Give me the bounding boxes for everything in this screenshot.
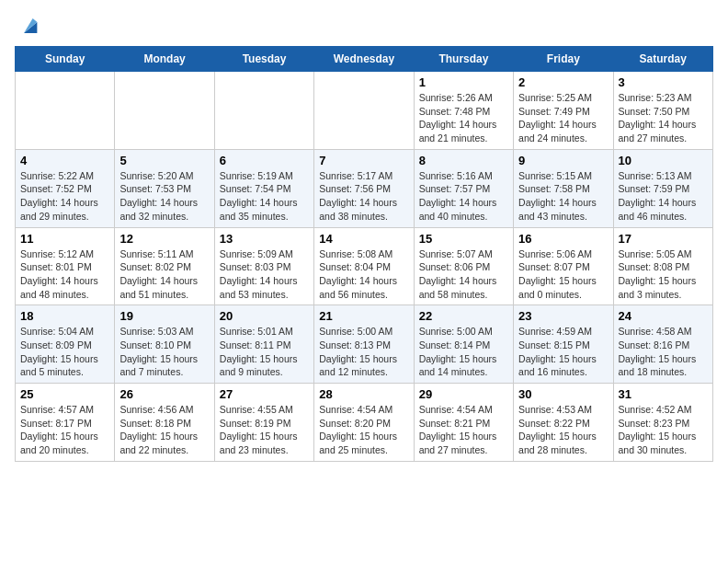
- day-number: 7: [319, 154, 408, 167]
- day-info: Sunrise: 5:00 AM Sunset: 8:13 PM Dayligh…: [319, 325, 408, 379]
- day-info: Sunrise: 5:12 AM Sunset: 8:01 PM Dayligh…: [20, 247, 109, 302]
- day-info: Sunrise: 4:54 AM Sunset: 8:21 PM Dayligh…: [419, 403, 508, 457]
- calendar-cell: 11Sunrise: 5:12 AM Sunset: 8:01 PM Dayli…: [16, 227, 115, 305]
- week-row-1: 1Sunrise: 5:26 AM Sunset: 7:48 PM Daylig…: [16, 72, 713, 150]
- day-header-thursday: Thursday: [414, 47, 513, 72]
- day-number: 19: [119, 309, 209, 323]
- day-info: Sunrise: 5:25 AM Sunset: 7:49 PM Dayligh…: [518, 91, 608, 145]
- calendar-cell: [314, 72, 414, 150]
- day-number: 26: [119, 387, 209, 401]
- day-info: Sunrise: 4:57 AM Sunset: 8:17 PM Dayligh…: [20, 403, 109, 457]
- calendar-cell: 21Sunrise: 5:00 AM Sunset: 8:13 PM Dayli…: [314, 305, 414, 384]
- page-header: [15, 15, 713, 37]
- day-info: Sunrise: 4:54 AM Sunset: 8:20 PM Dayligh…: [319, 403, 408, 457]
- day-info: Sunrise: 5:08 AM Sunset: 8:04 PM Dayligh…: [319, 247, 408, 302]
- day-info: Sunrise: 5:03 AM Sunset: 8:10 PM Dayligh…: [119, 325, 209, 379]
- day-number: 16: [518, 232, 608, 246]
- calendar-cell: 18Sunrise: 5:04 AM Sunset: 8:09 PM Dayli…: [16, 305, 115, 384]
- day-number: 18: [20, 309, 109, 323]
- day-number: 29: [419, 387, 508, 401]
- day-info: Sunrise: 5:09 AM Sunset: 8:03 PM Dayligh…: [220, 247, 309, 302]
- day-header-wednesday: Wednesday: [314, 47, 414, 72]
- calendar-cell: 24Sunrise: 4:58 AM Sunset: 8:16 PM Dayli…: [613, 305, 712, 384]
- logo: [15, 15, 39, 37]
- day-number: 24: [619, 309, 708, 323]
- calendar-cell: 6Sunrise: 5:19 AM Sunset: 7:54 PM Daylig…: [214, 149, 313, 227]
- day-info: Sunrise: 4:53 AM Sunset: 8:22 PM Dayligh…: [518, 403, 608, 457]
- day-header-friday: Friday: [514, 47, 613, 72]
- calendar-cell: 26Sunrise: 4:56 AM Sunset: 8:18 PM Dayli…: [115, 384, 214, 462]
- day-info: Sunrise: 4:56 AM Sunset: 8:18 PM Dayligh…: [119, 403, 209, 457]
- day-info: Sunrise: 5:11 AM Sunset: 8:02 PM Dayligh…: [119, 247, 209, 302]
- day-number: 21: [319, 309, 408, 323]
- day-number: 15: [419, 232, 508, 246]
- logo-icon: [17, 15, 39, 37]
- calendar-cell: 16Sunrise: 5:06 AM Sunset: 8:07 PM Dayli…: [514, 227, 613, 305]
- day-info: Sunrise: 5:19 AM Sunset: 7:54 PM Dayligh…: [220, 169, 309, 224]
- day-info: Sunrise: 5:04 AM Sunset: 8:09 PM Dayligh…: [20, 325, 109, 379]
- calendar-cell: 8Sunrise: 5:16 AM Sunset: 7:57 PM Daylig…: [414, 149, 513, 227]
- calendar-table: SundayMondayTuesdayWednesdayThursdayFrid…: [15, 46, 713, 462]
- day-number: 6: [220, 154, 309, 167]
- week-row-2: 4Sunrise: 5:22 AM Sunset: 7:52 PM Daylig…: [16, 149, 713, 227]
- day-number: 9: [518, 154, 608, 167]
- calendar-cell: 4Sunrise: 5:22 AM Sunset: 7:52 PM Daylig…: [16, 149, 115, 227]
- day-header-monday: Monday: [115, 47, 214, 72]
- day-info: Sunrise: 4:59 AM Sunset: 8:15 PM Dayligh…: [518, 325, 608, 379]
- calendar-cell: 17Sunrise: 5:05 AM Sunset: 8:08 PM Dayli…: [613, 227, 712, 305]
- calendar-cell: 19Sunrise: 5:03 AM Sunset: 8:10 PM Dayli…: [115, 305, 214, 384]
- day-info: Sunrise: 5:00 AM Sunset: 8:14 PM Dayligh…: [419, 325, 508, 379]
- day-number: 25: [20, 387, 109, 401]
- day-info: Sunrise: 5:13 AM Sunset: 7:59 PM Dayligh…: [619, 169, 708, 224]
- day-number: 3: [619, 75, 708, 89]
- calendar-cell: 14Sunrise: 5:08 AM Sunset: 8:04 PM Dayli…: [314, 227, 414, 305]
- calendar-cell: 27Sunrise: 4:55 AM Sunset: 8:19 PM Dayli…: [214, 384, 313, 462]
- day-info: Sunrise: 4:55 AM Sunset: 8:19 PM Dayligh…: [220, 403, 309, 457]
- day-number: 12: [119, 232, 209, 246]
- day-info: Sunrise: 5:22 AM Sunset: 7:52 PM Dayligh…: [20, 169, 109, 224]
- calendar-cell: 20Sunrise: 5:01 AM Sunset: 8:11 PM Dayli…: [214, 305, 313, 384]
- calendar-cell: 28Sunrise: 4:54 AM Sunset: 8:20 PM Dayli…: [314, 384, 414, 462]
- day-number: 28: [319, 387, 408, 401]
- day-info: Sunrise: 5:16 AM Sunset: 7:57 PM Dayligh…: [419, 169, 508, 224]
- calendar-cell: 7Sunrise: 5:17 AM Sunset: 7:56 PM Daylig…: [314, 149, 414, 227]
- day-number: 4: [20, 154, 109, 167]
- day-info: Sunrise: 5:17 AM Sunset: 7:56 PM Dayligh…: [319, 169, 408, 224]
- day-info: Sunrise: 4:52 AM Sunset: 8:23 PM Dayligh…: [619, 403, 708, 457]
- day-info: Sunrise: 5:07 AM Sunset: 8:06 PM Dayligh…: [419, 247, 508, 302]
- day-number: 13: [220, 232, 309, 246]
- day-header-tuesday: Tuesday: [214, 47, 313, 72]
- calendar-cell: 12Sunrise: 5:11 AM Sunset: 8:02 PM Dayli…: [115, 227, 214, 305]
- calendar-cell: 25Sunrise: 4:57 AM Sunset: 8:17 PM Dayli…: [16, 384, 115, 462]
- calendar-cell: 3Sunrise: 5:23 AM Sunset: 7:50 PM Daylig…: [613, 72, 712, 150]
- day-number: 23: [518, 309, 608, 323]
- day-number: 14: [319, 232, 408, 246]
- day-number: 20: [220, 309, 309, 323]
- calendar-cell: 29Sunrise: 4:54 AM Sunset: 8:21 PM Dayli…: [414, 384, 513, 462]
- calendar-cell: 22Sunrise: 5:00 AM Sunset: 8:14 PM Dayli…: [414, 305, 513, 384]
- calendar-cell: 23Sunrise: 4:59 AM Sunset: 8:15 PM Dayli…: [514, 305, 613, 384]
- week-row-4: 18Sunrise: 5:04 AM Sunset: 8:09 PM Dayli…: [16, 305, 713, 384]
- calendar-cell: 31Sunrise: 4:52 AM Sunset: 8:23 PM Dayli…: [613, 384, 712, 462]
- day-number: 10: [619, 154, 708, 167]
- day-info: Sunrise: 5:26 AM Sunset: 7:48 PM Dayligh…: [419, 91, 508, 145]
- day-info: Sunrise: 5:20 AM Sunset: 7:53 PM Dayligh…: [119, 169, 209, 224]
- calendar-cell: [214, 72, 313, 150]
- calendar-cell: 1Sunrise: 5:26 AM Sunset: 7:48 PM Daylig…: [414, 72, 513, 150]
- calendar-cell: 13Sunrise: 5:09 AM Sunset: 8:03 PM Dayli…: [214, 227, 313, 305]
- day-number: 30: [518, 387, 608, 401]
- calendar-cell: 5Sunrise: 5:20 AM Sunset: 7:53 PM Daylig…: [115, 149, 214, 227]
- calendar-cell: 2Sunrise: 5:25 AM Sunset: 7:49 PM Daylig…: [514, 72, 613, 150]
- calendar-header-row: SundayMondayTuesdayWednesdayThursdayFrid…: [16, 47, 713, 72]
- day-info: Sunrise: 5:15 AM Sunset: 7:58 PM Dayligh…: [518, 169, 608, 224]
- day-number: 5: [119, 154, 209, 167]
- calendar-cell: 10Sunrise: 5:13 AM Sunset: 7:59 PM Dayli…: [613, 149, 712, 227]
- day-number: 27: [220, 387, 309, 401]
- calendar-cell: 30Sunrise: 4:53 AM Sunset: 8:22 PM Dayli…: [514, 384, 613, 462]
- calendar-cell: [16, 72, 115, 150]
- week-row-5: 25Sunrise: 4:57 AM Sunset: 8:17 PM Dayli…: [16, 384, 713, 462]
- day-number: 2: [518, 75, 608, 89]
- day-info: Sunrise: 5:06 AM Sunset: 8:07 PM Dayligh…: [518, 247, 608, 302]
- week-row-3: 11Sunrise: 5:12 AM Sunset: 8:01 PM Dayli…: [16, 227, 713, 305]
- day-header-saturday: Saturday: [613, 47, 712, 72]
